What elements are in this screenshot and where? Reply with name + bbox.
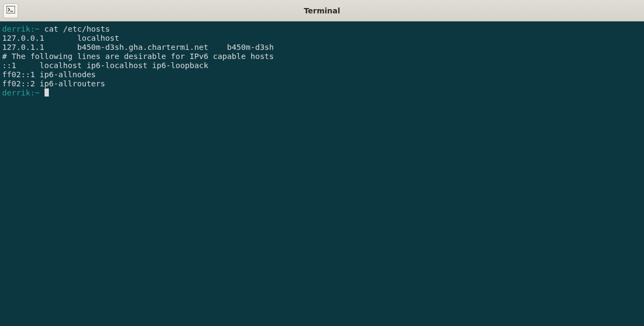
- command-text: cat /etc/hosts: [40, 25, 110, 33]
- svg-rect-0: [6, 6, 15, 13]
- output-line: 127.0.1.1 b450m-d3sh.gha.chartermi.net b…: [2, 43, 642, 52]
- output-line: # The following lines are desirable for …: [2, 52, 642, 61]
- shell-prompt: derrik:~: [2, 25, 40, 33]
- output-line: ::1 localhost ip6-localhost ip6-loopback: [2, 61, 642, 70]
- window-titlebar: Terminal: [0, 0, 644, 21]
- terminal-output[interactable]: derrik:~ cat /etc/hosts127.0.0.1 localho…: [0, 21, 644, 326]
- terminal-icon: [6, 5, 15, 16]
- terminal-cursor: [45, 88, 49, 97]
- output-line: ff02::1 ip6-allnodes: [2, 70, 642, 79]
- shell-prompt: derrik:~: [2, 88, 40, 97]
- trailing-space: [40, 88, 45, 97]
- app-menu-button[interactable]: [3, 3, 18, 18]
- window-title: Terminal: [0, 6, 644, 15]
- output-line: 127.0.0.1 localhost: [2, 34, 642, 43]
- output-line: ff02::2 ip6-allrouters: [2, 79, 642, 88]
